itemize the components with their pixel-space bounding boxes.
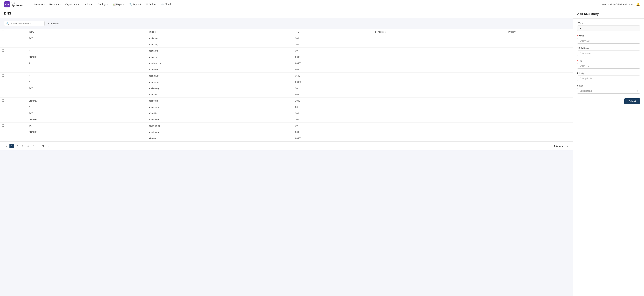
row-ttl: 86400 — [293, 60, 373, 66]
row-priority — [506, 123, 573, 129]
value-sort-icon: ⇅ — [155, 31, 156, 33]
table-row: TXT agustina.biz 30 — [0, 123, 573, 129]
next-page-button[interactable]: › — [46, 144, 51, 148]
row-ip — [373, 123, 506, 129]
reports-chart-icon: 📊 — [113, 3, 116, 5]
row-checkbox[interactable] — [2, 37, 4, 39]
row-checkbox[interactable] — [2, 49, 4, 51]
col-header-value[interactable]: Value ⇅ — [146, 29, 293, 35]
row-checkbox[interactable] — [2, 68, 4, 70]
prev-page-button[interactable]: ‹ — [4, 144, 9, 148]
row-checkbox[interactable] — [2, 81, 4, 83]
nav-admin[interactable]: Admin ▾ — [83, 2, 95, 7]
page-5-button[interactable]: 5 — [31, 144, 36, 148]
nav-resources[interactable]: Resources — [47, 2, 63, 7]
row-ttl: 86400 — [293, 66, 373, 73]
nav-organization[interactable]: Organization ▾ — [64, 2, 82, 7]
row-checkbox[interactable] — [2, 137, 4, 139]
page-3-button[interactable]: 3 — [20, 144, 25, 148]
ttl-input[interactable] — [577, 63, 640, 69]
per-page-select[interactable]: 25 / page 50 / page 100 / page — [552, 144, 569, 148]
table-row: alba.net 86400 — [0, 135, 573, 141]
user-chevron-icon: ▾ — [632, 3, 634, 5]
row-checkbox[interactable] — [2, 62, 4, 64]
row-priority — [506, 41, 573, 48]
col-header-type[interactable]: TYPE — [27, 29, 147, 35]
row-ttl: 86400 — [293, 135, 373, 141]
row-checkbox[interactable] — [2, 87, 4, 89]
user-menu[interactable]: deep.bhalotia@tidalcloud.com ▾ — [602, 3, 634, 5]
row-ip — [373, 135, 506, 141]
row-priority — [506, 35, 573, 41]
submit-button[interactable]: Submit — [624, 98, 640, 104]
page-title: DNS — [4, 11, 569, 15]
row-value: agustina.biz — [146, 123, 293, 129]
table-row: TXT adeline.org 30 — [0, 85, 573, 91]
table-row: TXT afton.biz 300 — [0, 110, 573, 116]
search-input[interactable] — [10, 22, 42, 25]
row-value: agnes.com — [146, 116, 293, 123]
row-priority — [506, 73, 573, 79]
row-checkbox[interactable] — [2, 124, 4, 127]
logo-line2: lightmesh — [12, 4, 24, 7]
notification-bell-icon[interactable]: 🔔 — [636, 2, 640, 6]
row-type: A — [27, 91, 147, 98]
status-select-wrapper: Select status Active Inactive — [577, 88, 640, 94]
row-checkbox[interactable] — [2, 93, 4, 95]
row-type: CNAME — [27, 116, 147, 123]
table-row: A abdiel.org 3600 — [0, 41, 573, 48]
nav-settings[interactable]: Settings ▾ — [96, 2, 110, 7]
ttl-required-star: * — [577, 60, 578, 62]
table-row: A adolf.biz 86400 — [0, 91, 573, 98]
col-header-ttl: TTL — [293, 29, 373, 35]
priority-label: Priority — [577, 72, 640, 74]
nav-network[interactable]: Network ▾ — [32, 2, 47, 7]
row-ip — [373, 79, 506, 85]
row-checkbox[interactable] — [2, 131, 4, 133]
row-ttl: 3600 — [293, 54, 373, 60]
add-filter-button[interactable]: + Add Filter — [47, 21, 60, 26]
select-all-checkbox[interactable] — [2, 30, 4, 33]
nav-reports[interactable]: 📊 Reports — [111, 2, 126, 7]
row-checkbox-cell — [0, 35, 27, 41]
table-row: A abdul.org 30 — [0, 48, 573, 54]
ip-input[interactable] — [577, 50, 640, 56]
row-value: abdiel.net — [146, 35, 293, 41]
table-row: A abraham.com 86400 — [0, 60, 573, 66]
right-panel: Add DNS entry * Type A * Value — [573, 9, 644, 296]
row-value: adonis.org — [146, 104, 293, 110]
row-checkbox[interactable] — [2, 74, 4, 76]
logo[interactable]: tidal lightmesh — [4, 1, 24, 7]
per-page-selector[interactable]: 25 / page 50 / page 100 / page — [552, 144, 569, 148]
row-ttl: 300 — [293, 129, 373, 135]
admin-chevron-icon: ▾ — [92, 3, 93, 5]
col-header-ip: IP Address — [373, 29, 506, 35]
nav-guides[interactable]: 📖 Guides — [144, 2, 158, 7]
table-row: TXT abdiel.net 300 — [0, 35, 573, 41]
nav-support[interactable]: 🔧 Support — [127, 2, 143, 7]
ip-label: * IP Address — [577, 47, 640, 49]
page-4-button[interactable]: 4 — [26, 144, 30, 148]
row-value: agustin.org — [146, 129, 293, 135]
page-2-button[interactable]: 2 — [15, 144, 20, 148]
row-checkbox-cell — [0, 54, 27, 60]
row-checkbox[interactable] — [2, 118, 4, 120]
nav-items: Network ▾ Resources Organization ▾ Admin… — [32, 2, 602, 7]
search-box[interactable]: 🔍 — [4, 21, 44, 26]
row-checkbox[interactable] — [2, 106, 4, 108]
row-priority — [506, 98, 573, 104]
status-select[interactable]: Select status Active Inactive — [577, 88, 640, 94]
page-1-button[interactable]: 1 — [10, 144, 14, 148]
row-type: TXT — [27, 85, 147, 91]
row-checkbox[interactable] — [2, 56, 4, 58]
row-value: abigail.net — [146, 54, 293, 60]
priority-input[interactable] — [577, 75, 640, 81]
select-all-header — [0, 29, 27, 35]
form-field-ip: * IP Address — [577, 47, 640, 56]
value-input[interactable] — [577, 38, 640, 44]
row-checkbox[interactable] — [2, 99, 4, 101]
nav-cloud[interactable]: ☁️ Cloud — [159, 2, 173, 7]
page-21-button[interactable]: 21 — [40, 144, 45, 148]
row-checkbox[interactable] — [2, 112, 4, 114]
row-checkbox[interactable] — [2, 43, 4, 45]
